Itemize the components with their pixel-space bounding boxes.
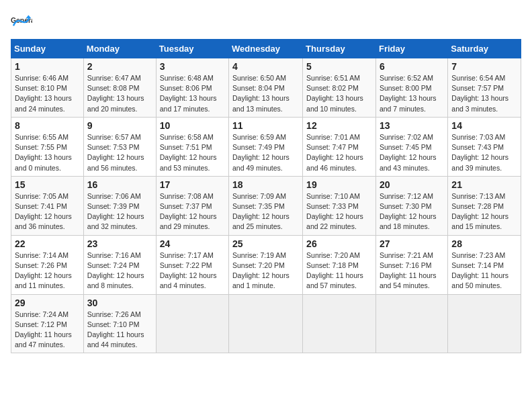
day-cell-1: 1 Sunrise: 6:46 AM Sunset: 8:10 PM Dayli… [11,58,84,118]
day-info: Sunrise: 7:19 AM Sunset: 7:20 PM Dayligh… [232,250,299,291]
col-friday: Friday [375,40,447,58]
week-row-2: 8 Sunrise: 6:55 AM Sunset: 7:55 PM Dayli… [11,117,521,176]
day-cell-16: 16 Sunrise: 7:06 AM Sunset: 7:39 PM Dayl… [83,176,156,235]
day-info: Sunrise: 6:55 AM Sunset: 7:55 PM Dayligh… [15,132,80,173]
day-info: Sunrise: 6:50 AM Sunset: 8:04 PM Dayligh… [232,73,299,114]
day-cell-17: 17 Sunrise: 7:08 AM Sunset: 7:37 PM Dayl… [156,176,228,235]
day-cell-28: 28 Sunrise: 7:23 AM Sunset: 7:14 PM Dayl… [448,235,521,294]
day-cell-15: 15 Sunrise: 7:05 AM Sunset: 7:41 PM Dayl… [11,176,84,235]
day-cell-30: 30 Sunrise: 7:26 AM Sunset: 7:10 PM Dayl… [83,294,156,353]
day-cell-29: 29 Sunrise: 7:24 AM Sunset: 7:12 PM Dayl… [11,294,84,353]
day-info: Sunrise: 7:14 AM Sunset: 7:26 PM Dayligh… [15,250,80,291]
day-number: 15 [15,179,80,190]
day-info: Sunrise: 7:23 AM Sunset: 7:14 PM Dayligh… [451,250,517,291]
day-info: Sunrise: 7:10 AM Sunset: 7:33 PM Dayligh… [306,191,372,232]
day-number: 21 [451,179,517,190]
day-number: 16 [87,179,152,190]
col-sunday: Sunday [11,40,84,58]
col-tuesday: Tuesday [156,40,228,58]
day-number: 4 [232,61,299,72]
week-row-1: 1 Sunrise: 6:46 AM Sunset: 8:10 PM Dayli… [11,58,521,118]
day-info: Sunrise: 7:03 AM Sunset: 7:43 PM Dayligh… [451,132,517,173]
day-cell-11: 11 Sunrise: 6:59 AM Sunset: 7:49 PM Dayl… [229,117,303,176]
day-cell-23: 23 Sunrise: 7:16 AM Sunset: 7:24 PM Dayl… [83,235,156,294]
day-info: Sunrise: 7:21 AM Sunset: 7:16 PM Dayligh… [380,250,444,291]
day-number: 6 [380,61,444,72]
day-number: 12 [306,120,372,131]
day-number: 10 [160,120,225,131]
day-cell-empty [156,294,228,353]
day-number: 27 [380,238,444,249]
day-cell-5: 5 Sunrise: 6:51 AM Sunset: 8:02 PM Dayli… [303,58,376,118]
day-info: Sunrise: 7:13 AM Sunset: 7:28 PM Dayligh… [451,191,517,232]
day-number: 22 [15,238,80,249]
day-cell-10: 10 Sunrise: 6:58 AM Sunset: 7:51 PM Dayl… [156,117,228,176]
day-info: Sunrise: 6:51 AM Sunset: 8:02 PM Dayligh… [306,73,372,114]
day-cell-2: 2 Sunrise: 6:47 AM Sunset: 8:08 PM Dayli… [83,58,156,118]
day-info: Sunrise: 7:02 AM Sunset: 7:45 PM Dayligh… [380,132,444,173]
day-cell-20: 20 Sunrise: 7:12 AM Sunset: 7:30 PM Dayl… [375,176,447,235]
day-info: Sunrise: 7:08 AM Sunset: 7:37 PM Dayligh… [160,191,225,232]
day-number: 24 [160,238,225,249]
day-number: 17 [160,179,225,190]
day-info: Sunrise: 6:59 AM Sunset: 7:49 PM Dayligh… [232,132,299,173]
day-number: 7 [451,61,517,72]
day-cell-empty [229,294,303,353]
day-number: 26 [306,238,372,249]
day-cell-8: 8 Sunrise: 6:55 AM Sunset: 7:55 PM Dayli… [11,117,84,176]
col-wednesday: Wednesday [229,40,303,58]
day-number: 2 [87,61,152,72]
day-cell-7: 7 Sunrise: 6:54 AM Sunset: 7:57 PM Dayli… [448,58,521,118]
day-info: Sunrise: 7:01 AM Sunset: 7:47 PM Dayligh… [306,132,372,173]
day-number: 30 [87,298,152,308]
day-cell-3: 3 Sunrise: 6:48 AM Sunset: 8:06 PM Dayli… [156,58,228,118]
day-number: 20 [380,179,444,190]
day-info: Sunrise: 7:24 AM Sunset: 7:12 PM Dayligh… [15,310,80,351]
day-info: Sunrise: 6:57 AM Sunset: 7:53 PM Dayligh… [87,132,152,173]
day-info: Sunrise: 7:05 AM Sunset: 7:41 PM Dayligh… [15,191,80,232]
day-cell-27: 27 Sunrise: 7:21 AM Sunset: 7:16 PM Dayl… [375,235,447,294]
day-number: 25 [232,238,299,249]
day-info: Sunrise: 6:46 AM Sunset: 8:10 PM Dayligh… [15,73,80,114]
day-number: 1 [15,61,80,72]
day-cell-14: 14 Sunrise: 7:03 AM Sunset: 7:43 PM Dayl… [448,117,521,176]
day-number: 19 [306,179,372,190]
day-number: 8 [15,120,80,131]
day-number: 29 [15,298,80,308]
day-info: Sunrise: 6:52 AM Sunset: 8:00 PM Dayligh… [380,73,444,114]
logo: General [11,11,35,32]
day-number: 28 [451,238,517,249]
header-row: Sunday Monday Tuesday Wednesday Thursday… [11,40,521,58]
day-info: Sunrise: 7:09 AM Sunset: 7:35 PM Dayligh… [232,191,299,232]
day-number: 14 [451,120,517,131]
day-cell-13: 13 Sunrise: 7:02 AM Sunset: 7:45 PM Dayl… [375,117,447,176]
week-row-4: 22 Sunrise: 7:14 AM Sunset: 7:26 PM Dayl… [11,235,521,294]
day-cell-empty [303,294,376,353]
day-info: Sunrise: 6:54 AM Sunset: 7:57 PM Dayligh… [451,73,517,114]
col-saturday: Saturday [448,40,521,58]
day-cell-6: 6 Sunrise: 6:52 AM Sunset: 8:00 PM Dayli… [375,58,447,118]
day-cell-25: 25 Sunrise: 7:19 AM Sunset: 7:20 PM Dayl… [229,235,303,294]
day-info: Sunrise: 6:48 AM Sunset: 8:06 PM Dayligh… [160,73,225,114]
day-number: 18 [232,179,299,190]
day-number: 9 [87,120,152,131]
col-monday: Monday [83,40,156,58]
week-row-5: 29 Sunrise: 7:24 AM Sunset: 7:12 PM Dayl… [11,294,521,353]
day-info: Sunrise: 7:12 AM Sunset: 7:30 PM Dayligh… [380,191,444,232]
day-cell-19: 19 Sunrise: 7:10 AM Sunset: 7:33 PM Dayl… [303,176,376,235]
col-thursday: Thursday [303,40,376,58]
day-cell-24: 24 Sunrise: 7:17 AM Sunset: 7:22 PM Dayl… [156,235,228,294]
day-info: Sunrise: 6:47 AM Sunset: 8:08 PM Dayligh… [87,73,152,114]
day-cell-26: 26 Sunrise: 7:20 AM Sunset: 7:18 PM Dayl… [303,235,376,294]
day-info: Sunrise: 6:58 AM Sunset: 7:51 PM Dayligh… [160,132,225,173]
day-number: 5 [306,61,372,72]
logo-icon: General [11,11,32,32]
day-info: Sunrise: 7:20 AM Sunset: 7:18 PM Dayligh… [306,250,372,291]
day-number: 3 [160,61,225,72]
day-number: 13 [380,120,444,131]
day-cell-9: 9 Sunrise: 6:57 AM Sunset: 7:53 PM Dayli… [83,117,156,176]
day-info: Sunrise: 7:17 AM Sunset: 7:22 PM Dayligh… [160,250,225,291]
day-number: 11 [232,120,299,131]
day-cell-4: 4 Sunrise: 6:50 AM Sunset: 8:04 PM Dayli… [229,58,303,118]
day-number: 23 [87,238,152,249]
